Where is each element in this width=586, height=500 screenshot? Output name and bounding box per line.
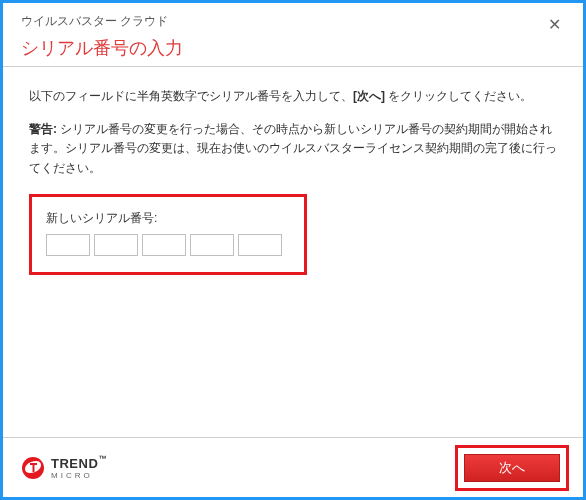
serial-label: 新しいシリアル番号: xyxy=(46,209,290,228)
content-area: 以下のフィールドに半角英数字でシリアル番号を入力して、[次へ] をクリックしてく… xyxy=(3,67,583,437)
dialog-window: ウイルスバスター クラウド シリアル番号の入力 ✕ 以下のフィールドに半角英数字… xyxy=(0,0,586,500)
next-button[interactable]: 次へ xyxy=(464,454,560,482)
serial-segment-3[interactable] xyxy=(142,234,186,256)
instruction-suffix: をクリックしてください。 xyxy=(385,89,532,103)
instruction-prefix: 以下のフィールドに半角英数字でシリアル番号を入力して、 xyxy=(29,89,353,103)
serial-segment-2[interactable] xyxy=(94,234,138,256)
app-title: ウイルスバスター クラウド xyxy=(21,13,183,30)
brand-text: TREND™ MICRO xyxy=(51,455,106,480)
instruction-text: 以下のフィールドに半角英数字でシリアル番号を入力して、[次へ] をクリックしてく… xyxy=(29,87,557,106)
trend-micro-logo-icon xyxy=(21,456,45,480)
warning-text: 警告: シリアル番号の変更を行った場合、その時点から新しいシリアル番号の契約期間… xyxy=(29,120,557,178)
titlebar: ウイルスバスター クラウド シリアル番号の入力 ✕ xyxy=(3,3,583,67)
next-button-highlight: 次へ xyxy=(455,445,569,491)
close-button[interactable]: ✕ xyxy=(543,13,565,35)
page-title: シリアル番号の入力 xyxy=(21,36,183,60)
serial-number-box: 新しいシリアル番号: xyxy=(29,194,307,275)
footer: TREND™ MICRO 次へ xyxy=(3,437,583,497)
serial-segment-4[interactable] xyxy=(190,234,234,256)
close-icon: ✕ xyxy=(548,15,561,34)
serial-inputs xyxy=(46,234,290,256)
serial-segment-5[interactable] xyxy=(238,234,282,256)
brand-logo-block: TREND™ MICRO xyxy=(21,455,106,480)
serial-segment-1[interactable] xyxy=(46,234,90,256)
warning-label: 警告: xyxy=(29,122,57,136)
brand-trend: TREND xyxy=(51,456,98,471)
brand-tm: ™ xyxy=(98,454,106,463)
title-block: ウイルスバスター クラウド シリアル番号の入力 xyxy=(21,13,183,60)
brand-trend-line: TREND™ xyxy=(51,455,106,471)
warning-body: シリアル番号の変更を行った場合、その時点から新しいシリアル番号の契約期間が開始さ… xyxy=(29,122,557,174)
brand-micro: MICRO xyxy=(51,472,106,480)
instruction-bold: [次へ] xyxy=(353,89,385,103)
